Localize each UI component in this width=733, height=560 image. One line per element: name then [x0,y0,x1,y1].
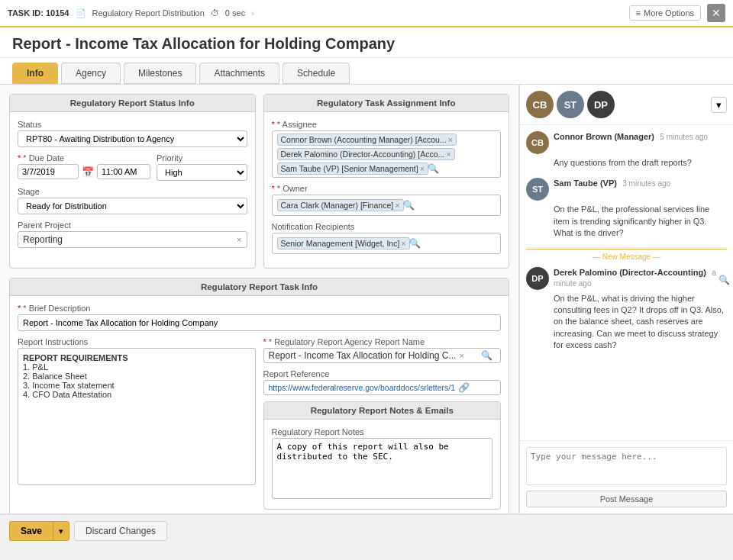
report-item-3: 3. Income Tax statement [23,381,115,390]
tab-info[interactable]: Info [12,63,58,84]
brief-desc-group: * Brief Description [18,304,501,331]
brief-desc-input[interactable] [18,314,501,331]
chat-msg-2-info: Sam Taube (VP) 3 minutes ago [554,178,727,188]
chat-message-input[interactable] [526,447,727,485]
timer-icon: ⏱ [211,8,219,18]
chat-expand-button[interactable]: ▾ [711,97,727,113]
due-date-input[interactable] [18,164,79,179]
chat-msg-1-info: Connor Brown (Manager) 5 minutes ago [554,131,727,142]
chat-sender-3: Derek Palomino (Director-Accounting) [554,268,706,277]
chat-msg-1-header: CB Connor Brown (Manager) 5 minutes ago [526,131,727,154]
breadcrumb-task: Regulatory Report Distribution [92,8,205,18]
agency-report-label: * Regulatory Report Agency Report Name [263,337,502,346]
task-id: TASK ID: 10154 [8,8,69,18]
chat-panel: CB ST DP ▾ CB Connor Brown (Manager) 5 m… [519,85,733,513]
chat-msg-2-header: ST Sam Taube (VP) 3 minutes ago [526,178,727,201]
report-reference-field: https://www.federalreserve.gov/boarddocs… [263,380,502,395]
content-area: Regulatory Report Status Info Status RPT… [0,85,519,513]
post-message-button[interactable]: Post Message [526,491,727,507]
assignee-field[interactable]: Connor Brown (Accounting Manager) [Accou… [272,130,502,178]
agency-report-field[interactable]: Report - Income Tax Allocation for Holdi… [263,348,502,363]
status-label: Status [18,120,247,129]
agency-report-col: * Regulatory Report Agency Report Name R… [263,337,502,513]
top-bar-actions: ≡ More Options ✕ [629,4,725,22]
chat-text-3: On the P&L, what is driving the higher c… [554,293,727,352]
discard-changes-button[interactable]: Discard Changes [74,521,167,541]
owner-tag: Cara Clark (Manager) [Finance] × [277,199,404,211]
more-options-button[interactable]: ≡ More Options [629,5,701,21]
calendar-icon[interactable]: 📅 [82,166,94,178]
notes-emails-header: Regulatory Report Notes & Emails [264,402,501,420]
bottom-bar: Save ▾ Discard Changes [0,513,733,547]
chat-avatar-cb: CB [526,131,549,154]
due-priority-row: * Due Date 📅 Priority High [18,153,247,187]
notes-textarea[interactable]: A copy of this report will also be distr… [272,438,493,499]
owner-search-button[interactable]: 🔍 [403,200,415,211]
tab-agency[interactable]: Agency [61,63,121,84]
parent-project-label: Parent Project [18,220,247,230]
save-group: Save ▾ [9,521,69,541]
assignee-tag-1-remove[interactable]: × [448,135,453,144]
breadcrumb-area: TASK ID: 10154 📄 Regulatory Report Distr… [8,8,254,18]
tab-schedule[interactable]: Schedule [283,63,350,84]
regulatory-status-body: Status RPT80 - Awaiting Distribution to … [10,112,255,262]
assignee-tag-1: Connor Brown (Accounting Manager) [Accou… [277,134,457,146]
avatar-dp: DP [587,91,615,118]
assignee-search-button[interactable]: 🔍 [428,163,439,174]
report-instructions-col: Report Instructions REPORT REQUIREMENTS … [18,337,256,513]
chat-sender-1: Connor Brown (Manager) [554,132,654,141]
task-assignment-body: * Assignee Connor Brown (Accounting Mana… [264,112,509,268]
owner-field[interactable]: Cara Clark (Manager) [Finance] × 🔍 [272,195,502,216]
chat-msg-3-info: Derek Palomino (Director-Accounting) a m… [554,267,727,288]
chat-input-area: Post Message [520,440,733,513]
priority-select[interactable]: High [157,164,247,181]
assignee-tag-3-remove[interactable]: × [420,164,425,173]
notification-field[interactable]: Senior Management [Widget, Inc] × 🔍 [272,233,502,254]
notes-emails-section: Regulatory Report Notes & Emails Regulat… [263,401,502,510]
save-dropdown-button[interactable]: ▾ [53,521,69,541]
report-reference-label: Report Reference [263,369,502,378]
report-item-1: 1. P&L [23,362,48,372]
parent-project-value: Reporting [23,234,63,245]
chat-time-1: 5 minutes ago [660,133,708,141]
task-assignment-header: Regulatory Task Assignment Info [264,95,509,112]
time-input[interactable] [97,164,150,179]
agency-report-remove[interactable]: × [459,351,463,360]
avatar-cb: CB [526,91,554,118]
due-date-group: * Due Date 📅 [18,153,150,181]
assignee-tag-2-remove[interactable]: × [446,150,450,159]
new-message-divider: — New Message — [526,249,727,261]
priority-label: Priority [157,153,247,163]
parent-project-remove[interactable]: × [237,235,241,244]
chat-message-2: ST Sam Taube (VP) 3 minutes ago On the P… [526,178,727,239]
close-button[interactable]: ✕ [707,4,725,22]
notification-group: Notification Recipients Senior Managemen… [272,222,502,254]
report-instructions-label: Report Instructions [18,337,256,346]
report-reference-group: Report Reference https://www.federalrese… [263,369,502,395]
tab-milestones[interactable]: Milestones [124,63,196,84]
top-bar: TASK ID: 10154 📄 Regulatory Report Distr… [0,0,733,27]
assignee-label: * Assignee [272,120,502,129]
chat-text-2: On the P&L, the professional services li… [554,204,727,239]
report-reference-value: https://www.federalreserve.gov/boarddocs… [269,383,456,392]
status-select[interactable]: RPT80 - Awaiting Distribution to Agency [18,130,247,147]
chat-sender-2: Sam Taube (VP) [554,179,617,188]
tab-attachments[interactable]: Attachments [199,63,279,84]
stage-select[interactable]: Ready for Distribution [18,198,247,214]
assignee-tag-3: Sam Taube (VP) [Senior Management] × [277,163,429,175]
chat-time-2: 3 minutes ago [622,179,670,188]
owner-label: * Owner [272,184,502,193]
owner-tag-remove[interactable]: × [395,201,399,210]
chat-avatars-bar: CB ST DP ▾ [520,85,733,125]
chat-text-1: Any questions from the draft reports? [554,157,727,169]
notification-search-button[interactable]: 🔍 [409,238,421,249]
document-icon: 📄 [76,8,86,18]
notification-label: Notification Recipients [272,222,502,231]
regulatory-status-header: Regulatory Report Status Info [10,95,255,112]
agency-report-search-button[interactable]: 🔍 [481,350,492,361]
notification-tag-remove[interactable]: × [401,239,405,248]
assignee-group: * Assignee Connor Brown (Accounting Mana… [272,120,502,178]
save-button[interactable]: Save [9,521,53,541]
chat-msg-3-header: DP Derek Palomino (Director-Accounting) … [526,267,727,290]
notes-label: Regulatory Report Notes [272,427,493,436]
